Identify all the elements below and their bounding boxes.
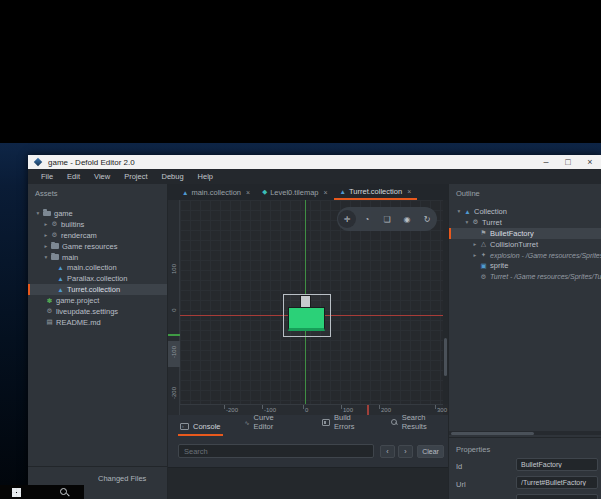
expand-arrow-icon[interactable]: ▸ [42, 243, 50, 249]
gear-icon: ⚙ [45, 307, 54, 315]
expand-arrow-icon[interactable]: ▸ [42, 221, 50, 227]
build-errors-icon [322, 419, 330, 426]
outline-tree: ▾ ▲ Collection ▾ ⚙ Turret ⚑ BulletFactor… [449, 206, 601, 282]
folder-icon [43, 211, 51, 217]
tab-search-results[interactable]: Search Results [389, 413, 448, 436]
collection-icon: ▲ [56, 286, 65, 293]
property-id-field[interactable] [516, 458, 598, 471]
close-tab-icon[interactable]: × [324, 189, 328, 196]
maximize-button[interactable]: □ [557, 155, 579, 169]
editor-tabbar: ▲ main.collection × ◆ Level0.tilemap × ▲… [168, 184, 448, 200]
desktop: game - Defold Editor 2.0 – □ × File Edit… [0, 0, 601, 499]
collection-icon: ▲ [56, 264, 65, 271]
property-url-field[interactable] [516, 476, 598, 489]
search-next-button[interactable]: › [398, 445, 413, 458]
outline-turret[interactable]: ▾ ⚙ Turret [449, 217, 601, 228]
asset-builtins[interactable]: ▸ ⚙ builtins [28, 219, 167, 230]
folder-icon [51, 243, 59, 249]
outline-horizontal-scrollbar[interactable] [449, 431, 601, 435]
menu-help[interactable]: Help [191, 169, 220, 184]
outline-collection[interactable]: ▾ ▲ Collection [449, 206, 601, 217]
asset-game-project[interactable]: ✽ game.project [28, 295, 167, 306]
outline-bulletfactory[interactable]: ⚑ BulletFactory [449, 228, 601, 239]
property-partial-field[interactable] [516, 494, 598, 499]
taskbar-search-icon[interactable] [59, 487, 69, 497]
sprite-icon: ▣ [479, 262, 488, 270]
menu-edit[interactable]: Edit [60, 169, 87, 184]
scene-editor: ✛ ◔ ❏ ◉ ↻ 100 0 -100 -200 [168, 200, 448, 415]
search-prev-button[interactable]: ‹ [380, 445, 395, 458]
assets-header: Assets [35, 189, 58, 198]
visibility-filters-icon[interactable]: ◉ [398, 210, 416, 228]
expand-arrow-icon[interactable]: ▸ [471, 241, 479, 247]
expand-arrow-icon[interactable]: ▸ [471, 252, 479, 258]
turret-body-sprite[interactable] [288, 307, 325, 331]
menu-debug[interactable]: Debug [155, 169, 191, 184]
gear-icon: ⚙ [479, 273, 488, 281]
defold-editor-window: game - Defold Editor 2.0 – □ × File Edit… [28, 155, 601, 499]
menubar: File Edit View Project Debug Help [28, 169, 601, 184]
close-tab-icon[interactable]: × [407, 188, 411, 195]
close-tab-icon[interactable]: × [246, 189, 250, 196]
tab-main-collection[interactable]: ▲ main.collection × [176, 184, 256, 200]
expand-arrow-icon[interactable]: ▾ [42, 254, 50, 260]
scrollbar-thumb[interactable] [451, 432, 534, 435]
outline-turret-ref[interactable]: ⚙ Turret - /Game resources/Sprites/Turre… [449, 271, 601, 282]
tab-curve-editor[interactable]: ∿ Curve Editor [243, 413, 292, 436]
titlebar[interactable]: game - Defold Editor 2.0 – □ × [28, 155, 601, 169]
expand-arrow-icon[interactable]: ▾ [34, 210, 42, 216]
asset-parallax-collection[interactable]: ▲ Parallax.collection [28, 273, 167, 284]
collection-icon: ▲ [340, 188, 346, 195]
scale-tool-icon[interactable]: ❏ [378, 210, 396, 228]
properties-header: Properties [456, 445, 490, 454]
outline-panel: Outline ▾ ▲ Collection ▾ ⚙ Turret ⚑ Bull [448, 184, 601, 499]
asset-readme[interactable]: ▤ README.md [28, 317, 167, 328]
changed-files-label: Changed Files [98, 474, 146, 483]
minimize-button[interactable]: – [535, 155, 557, 169]
assets-tree: ▾ game ▸ ⚙ builtins ▸ ⚙ rendercam [28, 208, 167, 328]
rotate-tool-icon[interactable]: ◔ [358, 210, 376, 228]
outline-collisionturret[interactable]: ▸ △ CollisionTurret [449, 239, 601, 250]
tab-console[interactable]: › Console [178, 422, 223, 436]
collection-icon: ▲ [463, 208, 472, 215]
clear-button[interactable]: Clear [417, 445, 444, 458]
expand-arrow-icon[interactable]: ▾ [455, 208, 463, 214]
asset-game-resources[interactable]: ▸ Game resources [28, 241, 167, 252]
asset-game[interactable]: ▾ game [28, 208, 167, 219]
windows-start-icon[interactable] [12, 488, 21, 497]
tab-build-errors[interactable]: Build Errors [320, 413, 371, 436]
collision-icon: △ [479, 240, 488, 248]
asset-rendercam[interactable]: ▸ ⚙ rendercam [28, 230, 167, 241]
expand-arrow-icon[interactable]: ▸ [42, 232, 50, 238]
asset-liveupdate-settings[interactable]: ⚙ liveupdate.settings [28, 306, 167, 317]
scrollbar-thumb[interactable] [444, 338, 447, 376]
camera-reset-icon[interactable]: ↻ [418, 210, 436, 228]
gear-icon: ⚙ [471, 218, 480, 226]
assets-panel: Assets ▾ game ▸ ⚙ builtins ▸ ⚙ [28, 184, 168, 499]
collection-icon: ▲ [182, 189, 188, 196]
console-output[interactable] [168, 467, 448, 499]
gear-icon: ⚙ [50, 220, 59, 228]
divider [449, 437, 601, 438]
console-search-input[interactable] [178, 444, 374, 458]
ruler-cursor-marker [168, 334, 180, 336]
tab-turret-collection[interactable]: ▲ Turret.collection × [334, 184, 418, 200]
tab-level0-tilemap[interactable]: ◆ Level0.tilemap × [256, 184, 333, 200]
tilemap-icon: ◆ [262, 188, 267, 196]
folder-icon [51, 254, 59, 260]
menu-file[interactable]: File [34, 169, 60, 184]
close-button[interactable]: × [579, 155, 601, 169]
asset-main-folder[interactable]: ▾ main [28, 252, 167, 263]
taskbar [0, 485, 84, 499]
console-tabbar: › Console ∿ Curve Editor Build Errors [168, 415, 448, 436]
move-tool-icon[interactable]: ✛ [338, 210, 356, 228]
outline-sprite[interactable]: ▣ sprite [449, 260, 601, 271]
file-icon: ▤ [45, 318, 54, 326]
menu-view[interactable]: View [87, 169, 117, 184]
asset-main-collection[interactable]: ▲ main.collection [28, 262, 167, 273]
asset-turret-collection[interactable]: ▲ Turret.collection [28, 284, 167, 295]
expand-arrow-icon[interactable]: ▾ [463, 219, 471, 225]
menu-project[interactable]: Project [117, 169, 154, 184]
collection-icon: ▲ [56, 275, 65, 282]
outline-explosion[interactable]: ▸ ✦ explosion - /Game resources/Sprites/… [449, 250, 601, 261]
